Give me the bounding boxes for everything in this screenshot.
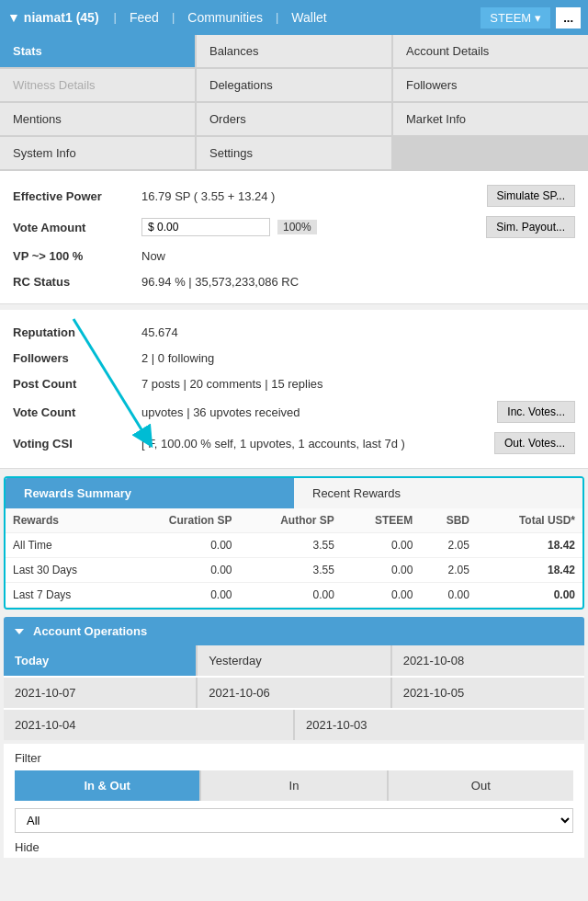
vote-count-row: Vote Count upvotes | 36 upvotes received… (13, 396, 575, 428)
col-curation-sp: Curation SP (123, 508, 239, 533)
date-yesterday[interactable]: Yesterday (198, 645, 390, 676)
filter-tab-in-out[interactable]: In & Out (15, 770, 199, 801)
vp-label: VP ~> 100 % (13, 249, 141, 263)
col-rewards: Rewards (6, 508, 123, 533)
row-label-alltime: All Time (6, 533, 123, 558)
steem-label: STEEM (490, 11, 531, 25)
filter-select[interactable]: All (15, 808, 573, 833)
dates-grid-row3: 2021-10-04 2021-10-03 (4, 710, 584, 740)
dates-grid-row2: 2021-10-07 2021-10-06 2021-10-05 (4, 678, 584, 708)
ops-chevron-icon (15, 629, 24, 634)
ops-dates: Today Yesterday 2021-10-08 2021-10-07 20… (4, 645, 584, 740)
nav-brand-label: niamat1 (45) (24, 10, 99, 25)
steem-chevron-icon: ▾ (535, 11, 541, 25)
col-author-sp: Author SP (240, 508, 342, 533)
reputation-row: Reputation 45.674 (13, 319, 575, 345)
menu-system-info[interactable]: System Info (0, 137, 195, 169)
col-total-usd: Total USD* (477, 508, 582, 533)
sim-payout-button[interactable]: Sim. Payout... (486, 216, 575, 238)
menu-followers[interactable]: Followers (393, 69, 588, 101)
simulate-sp-button[interactable]: Simulate SP... (487, 185, 575, 207)
row-steem-alltime: 0.00 (342, 533, 420, 558)
row-sbd-alltime: 2.05 (420, 533, 477, 558)
dots-button[interactable]: ... (556, 7, 581, 29)
menu-market-info[interactable]: Market Info (393, 103, 588, 135)
date-2021-10-05[interactable]: 2021-10-05 (392, 678, 584, 708)
post-count-label: Post Count (13, 377, 141, 391)
row-steem-7days: 0.00 (342, 583, 420, 608)
col-sbd: SBD (420, 508, 477, 533)
row-author-30days: 3.55 (240, 558, 342, 583)
rewards-row-alltime: All Time 0.00 3.55 0.00 2.05 18.42 (6, 533, 582, 558)
date-2021-10-06[interactable]: 2021-10-06 (198, 678, 390, 708)
row-label-7days: Last 7 Days (6, 583, 123, 608)
inc-votes-button[interactable]: Inc. Votes... (497, 401, 575, 423)
filter-tab-out[interactable]: Out (389, 770, 573, 801)
followers-value: 2 | 0 following (141, 351, 575, 365)
account-ops-header: Account Operations (4, 617, 584, 645)
vote-amount-input[interactable] (141, 218, 270, 236)
rewards-section: Rewards Summary Recent Rewards Rewards C… (4, 476, 584, 610)
rc-status-row: RC Status 96.94 % | 35,573,233,086 RC (13, 268, 575, 294)
vp-row: VP ~> 100 % Now (13, 243, 575, 268)
vp-value: Now (141, 249, 575, 263)
followers-label: Followers (13, 351, 141, 365)
vote-amount-value: 100% (141, 218, 486, 236)
nav-communities-link[interactable]: Communities (178, 10, 272, 25)
vote-amount-label: Vote Amount (13, 221, 141, 234)
row-curation-30days: 0.00 (123, 558, 239, 583)
menu-mentions[interactable]: Mentions (0, 103, 195, 135)
menu-account-details[interactable]: Account Details (393, 35, 588, 67)
menu-orders[interactable]: Orders (197, 103, 391, 135)
date-2021-10-08[interactable]: 2021-10-08 (392, 645, 584, 676)
menu-settings[interactable]: Settings (197, 137, 391, 169)
filter-label: Filter (15, 751, 573, 765)
nav-brand[interactable]: ▼ niamat1 (45) (7, 10, 99, 25)
rc-status-label: RC Status (13, 275, 141, 289)
vote-count-value: upvotes | 36 upvotes received (141, 405, 497, 419)
filter-section: Filter In & Out In Out All Hide (4, 744, 584, 858)
nav-separator-2: | (168, 10, 178, 25)
voting-csi-label: Voting CSI (13, 437, 141, 450)
vote-pct-badge: 100% (277, 220, 317, 234)
menu-delegations[interactable]: Delegations (197, 69, 391, 101)
effective-power-label: Effective Power (13, 189, 141, 203)
date-2021-10-07[interactable]: 2021-10-07 (4, 678, 196, 708)
rewards-tabs: Rewards Summary Recent Rewards (6, 478, 582, 508)
nav-links: | Feed | Communities | Wallet (110, 10, 481, 25)
voting-csi-value: [ F, 100.00 % self, 1 upvotes, 1 account… (141, 437, 494, 450)
filter-tab-in[interactable]: In (201, 770, 386, 801)
recent-rewards-tab[interactable]: Recent Rewards (294, 478, 582, 508)
row-sbd-30days: 2.05 (420, 558, 477, 583)
rewards-table: Rewards Curation SP Author SP STEEM SBD … (6, 508, 582, 608)
vote-count-label: Vote Count (13, 405, 141, 419)
rc-status-value: 96.94 % | 35,573,233,086 RC (141, 275, 575, 289)
vote-amount-row: Vote Amount 100% Sim. Payout... (13, 211, 575, 243)
row-curation-alltime: 0.00 (123, 533, 239, 558)
account-ops-title: Account Operations (33, 624, 147, 638)
steem-button[interactable]: STEEM ▾ (481, 7, 550, 29)
row-label-30days: Last 30 Days (6, 558, 123, 583)
filter-tabs: In & Out In Out (15, 770, 573, 801)
row-sbd-7days: 0.00 (420, 583, 477, 608)
out-votes-button[interactable]: Out. Votes... (494, 432, 575, 454)
effective-power-value: 16.79 SP ( 3.55 + 13.24 ) (141, 189, 487, 203)
row-author-alltime: 3.55 (240, 533, 342, 558)
nav-wallet-link[interactable]: Wallet (282, 10, 335, 25)
menu-balances[interactable]: Balances (197, 35, 391, 67)
rewards-table-header: Rewards Curation SP Author SP STEEM SBD … (6, 508, 582, 533)
post-count-row: Post Count 7 posts | 20 comments | 15 re… (13, 371, 575, 396)
rewards-summary-tab[interactable]: Rewards Summary (6, 478, 294, 508)
date-2021-10-04[interactable]: 2021-10-04 (4, 710, 293, 740)
date-2021-10-03[interactable]: 2021-10-03 (295, 710, 584, 740)
nav-feed-link[interactable]: Feed (120, 10, 168, 25)
date-today[interactable]: Today (4, 645, 196, 676)
menu-stats[interactable]: Stats (0, 35, 195, 67)
chevron-down-icon: ▼ (7, 10, 20, 25)
col-steem: STEEM (342, 508, 420, 533)
row-total-30days: 18.42 (477, 558, 582, 583)
menu-witness-details: Witness Details (0, 69, 195, 101)
filter-select-row: All (15, 808, 573, 833)
menu-grid: Stats Balances Account Details Witness D… (0, 35, 588, 171)
stats-group1: Effective Power 16.79 SP ( 3.55 + 13.24 … (0, 171, 588, 304)
